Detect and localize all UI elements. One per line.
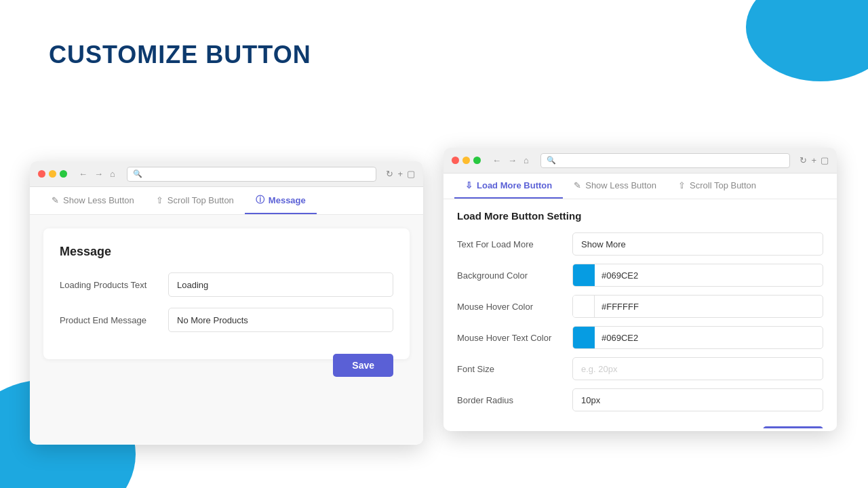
right-browser-window: ← → ⌂ 🔍 ↻ + ▢ ⇩ Load More Button ✎ Show … xyxy=(443,148,837,431)
font-size-label: Font Size xyxy=(457,364,572,374)
tab-load-more-right[interactable]: ⇩ Load More Button xyxy=(454,174,563,199)
tab-show-less-right[interactable]: ✎ Show Less Button xyxy=(563,174,667,199)
loading-text-input[interactable] xyxy=(168,272,393,297)
end-message-row: Product End Message xyxy=(60,308,393,332)
tab-scroll-top-label-left: Scroll Top Button xyxy=(167,195,234,205)
tab-scroll-top-left[interactable]: ⇧ Scroll Top Button xyxy=(145,187,245,214)
bg-color-text[interactable] xyxy=(595,270,823,281)
hover-text-color-row: Mouse Hover Text Color xyxy=(457,326,823,349)
refresh-icon-left[interactable]: ↻ xyxy=(386,169,393,179)
search-icon-left: 🔍 xyxy=(133,169,142,178)
font-size-row: Font Size xyxy=(457,357,823,380)
bg-color-swatch[interactable] xyxy=(573,264,595,286)
left-browser-toolbar: ← → ⌂ 🔍 ↻ + ▢ xyxy=(30,161,423,187)
border-radius-row: Border Radius xyxy=(457,388,823,411)
traffic-light-green-right[interactable] xyxy=(473,157,481,164)
address-bar-right[interactable]: 🔍 xyxy=(540,153,791,168)
back-icon-right[interactable]: ← xyxy=(490,154,503,167)
home-icon-right[interactable]: ⌂ xyxy=(521,154,531,167)
tab-load-more-label: Load More Button xyxy=(477,180,552,190)
loading-text-row: Loading Products Text xyxy=(60,272,393,297)
menu-icon-right[interactable]: ▢ xyxy=(821,155,829,165)
arrow-icon-scroll-top-right: ⇧ xyxy=(678,180,686,190)
load-more-text-label: Text For Load More xyxy=(457,239,572,249)
download-icon-load-more: ⇩ xyxy=(465,180,473,190)
hover-color-input-wrapper xyxy=(572,295,823,318)
hover-text-color-label: Mouse Hover Text Color xyxy=(457,333,572,343)
left-tabs-bar: ✎ Show Less Button ⇧ Scroll Top Button ⓘ… xyxy=(30,187,423,215)
nav-icons-right: ← → ⌂ xyxy=(490,154,531,167)
tab-message-left[interactable]: ⓘ Message xyxy=(245,187,317,214)
back-icon[interactable]: ← xyxy=(77,167,90,180)
traffic-light-yellow[interactable] xyxy=(49,170,56,178)
left-browser-window: ← → ⌂ 🔍 ↻ + ▢ ✎ Show Less Button ⇧ Scrol… xyxy=(30,161,423,445)
section-title: Load More Button Setting xyxy=(457,210,823,222)
tab-message-label-left: Message xyxy=(269,195,306,205)
bg-color-input-wrapper xyxy=(572,264,823,287)
message-card: Message Loading Products Text Product En… xyxy=(43,228,410,359)
right-tabs-bar: ⇩ Load More Button ✎ Show Less Button ⇧ … xyxy=(443,174,837,199)
left-save-button[interactable]: Save xyxy=(333,354,393,377)
font-size-input[interactable] xyxy=(572,357,823,380)
page-title: CUSTOMIZE BUTTON xyxy=(49,41,311,69)
bg-color-label: Background Color xyxy=(457,270,572,281)
hover-text-color-swatch[interactable] xyxy=(573,327,595,348)
border-radius-label: Border Radius xyxy=(457,395,572,405)
load-more-text-input[interactable] xyxy=(572,232,823,256)
hover-color-swatch[interactable] xyxy=(573,296,595,317)
traffic-light-red[interactable] xyxy=(38,170,45,178)
decorative-corner-top-right xyxy=(732,0,868,81)
forward-icon-right[interactable]: → xyxy=(506,154,519,167)
add-tab-icon-left[interactable]: + xyxy=(397,169,403,179)
right-content-area: Load More Button Setting Text For Load M… xyxy=(443,199,837,428)
hover-color-text[interactable] xyxy=(595,302,823,312)
traffic-lights-right xyxy=(452,157,481,164)
loading-text-label: Loading Products Text xyxy=(60,280,168,290)
right-browser-toolbar: ← → ⌂ 🔍 ↻ + ▢ xyxy=(443,148,837,174)
menu-icon-left[interactable]: ▢ xyxy=(407,169,415,179)
edit-icon-show-less-left: ✎ xyxy=(52,195,59,205)
left-content-area: Message Loading Products Text Product En… xyxy=(30,215,423,444)
tab-show-less-label-right: Show Less Button xyxy=(585,180,656,190)
traffic-lights-left xyxy=(38,170,67,178)
toolbar-actions-right: ↻ + ▢ xyxy=(800,155,829,165)
nav-icons-left: ← → ⌂ xyxy=(77,167,117,180)
arrow-icon-scroll-top-left: ⇧ xyxy=(156,195,163,205)
search-icon-right: 🔍 xyxy=(547,156,556,165)
load-more-text-row: Text For Load More xyxy=(457,232,823,256)
add-tab-icon-right[interactable]: + xyxy=(811,155,816,165)
tab-scroll-top-label-right: Scroll Top Button xyxy=(690,180,756,190)
home-icon[interactable]: ⌂ xyxy=(108,167,117,180)
traffic-light-green[interactable] xyxy=(60,170,67,178)
hover-text-color-input-wrapper xyxy=(572,326,823,349)
border-radius-input[interactable] xyxy=(572,388,823,411)
end-message-label: Product End Message xyxy=(60,315,168,325)
hover-color-label: Mouse Hover Color xyxy=(457,302,572,312)
address-bar-left[interactable]: 🔍 xyxy=(127,167,377,182)
traffic-light-red-right[interactable] xyxy=(452,157,459,164)
hover-text-color-text[interactable] xyxy=(595,333,823,343)
bg-color-row: Background Color xyxy=(457,264,823,287)
toolbar-actions-left: ↻ + ▢ xyxy=(386,169,415,179)
message-card-title: Message xyxy=(60,245,393,259)
tab-scroll-top-right[interactable]: ⇧ Scroll Top Button xyxy=(667,174,767,199)
tab-show-less-label-left: Show Less Button xyxy=(63,195,134,205)
edit-icon-show-less-right: ✎ xyxy=(574,180,581,190)
info-icon-message-left: ⓘ xyxy=(256,194,264,206)
end-message-input[interactable] xyxy=(168,308,393,332)
refresh-icon-right[interactable]: ↻ xyxy=(800,155,807,165)
tab-show-less-left[interactable]: ✎ Show Less Button xyxy=(41,187,145,214)
hover-color-row: Mouse Hover Color xyxy=(457,295,823,318)
traffic-light-yellow-right[interactable] xyxy=(462,157,470,164)
forward-icon[interactable]: → xyxy=(92,167,105,180)
right-save-button[interactable]: Save xyxy=(763,426,823,428)
